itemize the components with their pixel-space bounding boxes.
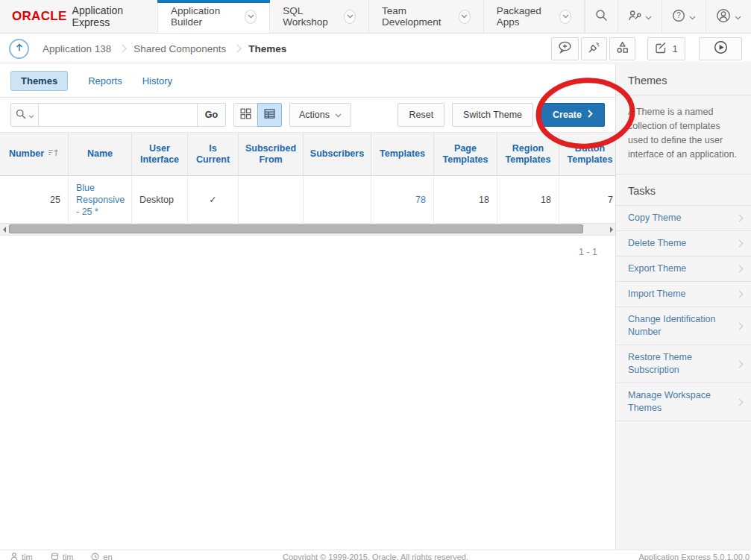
task-delete-theme[interactable]: Delete Theme bbox=[616, 231, 751, 257]
tab-reports[interactable]: Reports bbox=[88, 75, 122, 86]
shared-components-button[interactable] bbox=[609, 37, 635, 60]
arrow-up-icon bbox=[15, 43, 24, 54]
column-header-number[interactable]: Number bbox=[0, 133, 69, 176]
task-copy-theme[interactable]: Copy Theme bbox=[616, 206, 751, 231]
column-header-subscribers[interactable]: Subscribers bbox=[304, 133, 371, 176]
edit-page-icon bbox=[655, 41, 667, 56]
breadcrumb-item-shared-components[interactable]: Shared Components bbox=[127, 43, 233, 54]
column-header-is-current[interactable]: Is Current bbox=[188, 133, 239, 176]
task-restore-theme-subscription[interactable]: Restore Theme Subscription bbox=[616, 345, 751, 383]
reset-button[interactable]: Reset bbox=[398, 103, 444, 127]
feedback-button[interactable] bbox=[551, 37, 579, 60]
scroll-left-arrow[interactable] bbox=[0, 224, 8, 235]
search-input[interactable] bbox=[39, 104, 197, 126]
chevron-down-icon bbox=[735, 11, 741, 22]
tab-themes[interactable]: Themes bbox=[10, 71, 68, 91]
up-level-button[interactable] bbox=[9, 39, 29, 59]
cell-subscribers bbox=[304, 176, 371, 224]
go-button[interactable]: Go bbox=[197, 104, 225, 126]
help-button[interactable]: ? bbox=[662, 0, 706, 33]
column-header-name[interactable]: Name bbox=[69, 133, 132, 176]
run-play-icon bbox=[714, 40, 728, 57]
flashlight-icon bbox=[588, 41, 600, 56]
breadcrumb: Application 138Shared ComponentsThemes bbox=[36, 43, 293, 54]
cell-link-templates[interactable]: 78 bbox=[415, 194, 426, 206]
column-header-region-templates[interactable]: Region Templates bbox=[497, 133, 559, 176]
cell-page-templates: 18 bbox=[434, 176, 497, 224]
top-nav-tabs: Application BuilderSQL WorkshopTeam Deve… bbox=[157, 0, 585, 33]
account-button[interactable] bbox=[706, 0, 751, 33]
table-row: 25Blue Responsive - 25 *Desktop✓7818187 bbox=[0, 176, 615, 224]
chevron-down-circle-icon bbox=[344, 10, 356, 24]
task-manage-workspace-themes[interactable]: Manage Workspace Themes bbox=[616, 383, 751, 421]
report-view-button[interactable] bbox=[257, 103, 282, 127]
breadcrumb-item-themes: Themes bbox=[242, 43, 293, 54]
cell-link-name[interactable]: Blue Responsive - 25 * bbox=[76, 182, 125, 218]
search-icon bbox=[16, 109, 26, 122]
content-region: ThemesReportsHistory Go bbox=[0, 64, 751, 550]
theme-description: A Theme is a named collection of templat… bbox=[616, 95, 751, 174]
chevron-right-icon bbox=[588, 110, 593, 120]
chevron-right-icon bbox=[736, 322, 744, 330]
scroll-right-arrow[interactable] bbox=[607, 224, 615, 235]
grid-view-icon bbox=[240, 108, 251, 122]
top-tab-team-development[interactable]: Team Development bbox=[369, 0, 484, 33]
tasks-list: Copy ThemeDelete ThemeExport ThemeImport… bbox=[616, 206, 751, 421]
chevron-down-icon bbox=[645, 11, 652, 22]
column-header-button-templates[interactable]: Button Templates bbox=[559, 133, 615, 176]
edit-page-number: 1 bbox=[672, 43, 677, 54]
chevron-right-icon bbox=[736, 398, 744, 406]
edit-page-button[interactable]: 1 bbox=[647, 37, 685, 60]
chevron-down-icon bbox=[335, 110, 342, 120]
cell-number: 25 bbox=[0, 176, 69, 224]
sort-ascending-icon bbox=[48, 148, 59, 160]
column-header-user-interface[interactable]: User Interface bbox=[132, 133, 188, 176]
header-icon-buttons: ? bbox=[585, 0, 751, 33]
breadcrumb-bar: Application 138Shared ComponentsThemes 1 bbox=[0, 34, 751, 63]
chevron-down-circle-icon bbox=[245, 10, 257, 24]
administration-button[interactable] bbox=[618, 0, 662, 33]
report-toolbar: Go Actions Reset Switch Theme bbox=[0, 98, 615, 132]
actions-menu-button[interactable]: Actions bbox=[289, 103, 351, 127]
oracle-logo[interactable]: ORACLE Application Express bbox=[0, 0, 157, 33]
chevron-right-icon bbox=[736, 240, 744, 248]
oracle-brand-text: ORACLE bbox=[12, 9, 67, 24]
svg-text:?: ? bbox=[676, 11, 681, 19]
task-change-identification-number[interactable]: Change Identification Number bbox=[616, 307, 751, 345]
column-header-subscribed-from[interactable]: Subscribed From bbox=[239, 133, 304, 176]
admin-wrench-icon bbox=[628, 10, 641, 24]
cell-button-templates: 7 bbox=[559, 176, 615, 224]
horizontal-scrollbar[interactable] bbox=[0, 224, 615, 236]
feedback-bubble-icon bbox=[558, 41, 572, 56]
search-scope-button[interactable] bbox=[11, 104, 39, 126]
tab-history[interactable]: History bbox=[142, 75, 172, 86]
task-export-theme[interactable]: Export Theme bbox=[616, 257, 751, 282]
run-application-button[interactable] bbox=[699, 37, 742, 60]
pagination-label: 1 - 1 bbox=[0, 236, 615, 257]
help-icon: ? bbox=[672, 9, 685, 25]
top-tab-sql-workshop[interactable]: SQL Workshop bbox=[270, 0, 369, 33]
toolbar-right-buttons: Reset Switch Theme Create bbox=[398, 103, 605, 127]
tasks-title: Tasks bbox=[616, 174, 751, 206]
column-header-templates[interactable]: Templates bbox=[371, 133, 434, 176]
icon-view-button[interactable] bbox=[233, 103, 258, 127]
task-import-theme[interactable]: Import Theme bbox=[616, 282, 751, 307]
top-tab-packaged-apps[interactable]: Packaged Apps bbox=[484, 0, 585, 33]
create-button[interactable]: Create bbox=[541, 103, 605, 127]
breadcrumb-item-application-138[interactable]: Application 138 bbox=[36, 43, 118, 54]
cell-templates: 78 bbox=[371, 176, 434, 224]
cell-name: Blue Responsive - 25 * bbox=[69, 176, 132, 224]
chevron-down-circle-icon bbox=[559, 10, 571, 24]
shapes-icon bbox=[616, 41, 629, 56]
column-header-page-templates[interactable]: Page Templates bbox=[434, 133, 497, 176]
switch-theme-button[interactable]: Switch Theme bbox=[452, 103, 533, 127]
footer-bar: tim tim en Copyright © 1999-2015, Oracle… bbox=[0, 550, 751, 560]
top-tab-application-builder[interactable]: Application Builder bbox=[158, 0, 270, 33]
scrollbar-thumb[interactable] bbox=[9, 224, 583, 233]
main-region: ThemesReportsHistory Go bbox=[0, 64, 615, 550]
report-view-icon bbox=[264, 108, 275, 122]
spotlight-button[interactable] bbox=[581, 37, 607, 60]
cell-is-current: ✓ bbox=[188, 176, 239, 224]
search-button[interactable] bbox=[585, 0, 618, 33]
cell-user-interface: Desktop bbox=[132, 176, 188, 224]
